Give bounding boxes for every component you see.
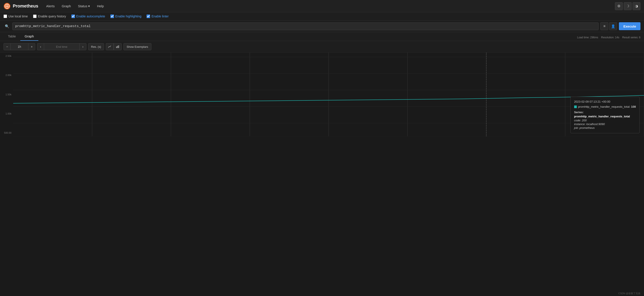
y-axis: 2.50k 2.00k 1.50k 1.00k 500.00 [0,53,13,136]
graph-controls: − 1h + ‹ › Res. (s) Show Exe [0,41,644,53]
tooltip-series-label: Series: [574,111,636,114]
theme-contrast-button[interactable]: ◑ [632,2,640,10]
enable-query-history-label: Enable query history [38,14,66,18]
main-content: Use local time Enable query history Enab… [0,12,644,296]
chevron-down-icon: ▾ [88,4,90,8]
use-local-time-option[interactable]: Use local time [4,14,28,18]
enable-highlighting-checkbox[interactable] [110,14,114,18]
enable-query-history-checkbox[interactable] [33,14,36,18]
tooltip-instance: instance: localhost:9090 [574,122,636,126]
tab-graph[interactable]: Graph [20,32,38,41]
resolution: Resolution: 14s [601,36,619,39]
line-chart-icon [108,45,112,48]
nav-alerts[interactable]: Alerts [44,3,57,9]
nav-status[interactable]: Status ▾ [76,3,93,9]
metric-color-indicator [574,105,577,108]
prometheus-logo-icon [4,3,10,10]
duration-display: 1h [10,43,28,50]
app-title: Prometheus [13,3,38,8]
tooltip-job: job: prometheus [574,126,636,129]
result-series: Result series: 6 [622,36,640,39]
enable-autocomplete-label: Enable autocomplete [76,14,105,18]
load-info: Load time: 296ms Resolution: 14s Result … [577,36,641,39]
search-icon: 🔍 [4,23,10,30]
navbar-icons: ⚙ ☽ ◑ [615,2,640,10]
nav-help[interactable]: Help [94,3,106,9]
show-exemplars-button[interactable]: Show Exemplars [124,43,152,50]
settings-button[interactable]: ⚙ [615,2,623,10]
enable-autocomplete-option[interactable]: Enable autocomplete [72,14,105,18]
y-label-2500: 2.50k [0,55,12,57]
enable-linter-option[interactable]: Enable linter [146,14,168,18]
tooltip-code: code: 200 [574,119,636,122]
enable-linter-label: Enable linter [152,14,168,18]
theme-moon-button[interactable]: ☽ [624,2,632,10]
navbar: Prometheus Alerts Graph Status ▾ Help ⚙ … [0,0,644,12]
svg-point-6 [6,5,8,7]
enable-linter-checkbox[interactable] [146,14,150,18]
line-chart-button[interactable] [106,43,114,50]
duration-plus-button[interactable]: + [28,43,35,50]
y-label-2000: 2.00k [0,74,12,76]
bar-chart-button[interactable] [114,43,122,50]
end-time-group: ‹ › [37,43,86,50]
next-time-button[interactable]: › [79,43,86,50]
y-label-1000: 1.00k [0,113,12,115]
load-time: Load time: 296ms [577,36,598,39]
enable-query-history-option[interactable]: Enable query history [33,14,66,18]
options-row: Use local time Enable query history Enab… [0,12,644,20]
watermark: CSDN @寂夜了无痕 [618,292,640,295]
chart-svg [13,53,644,136]
svg-rect-8 [117,46,118,48]
y-label-1500: 1.50k [0,93,12,96]
enable-highlighting-label: Enable highlighting [115,14,141,18]
enable-highlighting-option[interactable]: Enable highlighting [110,14,141,18]
chart-tooltip: 2023-02-09 07:13:21 +00:00 promhttp_metr… [570,97,640,133]
end-time-input[interactable] [44,43,79,50]
execute-button[interactable]: Execute [619,22,640,30]
tab-table[interactable]: Table [4,32,20,41]
chart-container: 2.50k 2.00k 1.50k 1.00k 500.00 [0,53,644,136]
use-local-time-checkbox[interactable] [4,14,7,18]
search-row: 🔍 ≡ 👤 Execute [0,20,644,32]
chart-area: 2.50k 2.00k 1.50k 1.00k 500.00 [0,53,644,296]
metrics-explorer-button[interactable]: 👤 [609,22,617,30]
y-label-500: 500.00 [0,132,12,134]
format-query-button[interactable]: ≡ [600,22,608,30]
brand: Prometheus [4,3,38,10]
chart-inner: 2023-02-09 07:13:21 +00:00 promhttp_metr… [13,53,644,136]
tooltip-metric: promhttp_metric_handler_requests_total: … [574,105,636,108]
query-input[interactable] [12,22,598,30]
enable-autocomplete-checkbox[interactable] [72,14,75,18]
tooltip-metric-name: promhttp_metric_handler_requests_total: … [578,105,636,108]
svg-rect-7 [116,46,117,48]
bar-chart-icon [116,45,120,48]
search-actions: ≡ 👤 [600,22,617,30]
tooltip-series-metric: promhttp_metric_handler_requests_total [574,115,636,118]
resolution-button[interactable]: Res. (s) [88,43,104,50]
use-local-time-label: Use local time [8,14,28,18]
nav-graph[interactable]: Graph [59,3,74,9]
tooltip-metric-value: 108 [631,105,636,108]
svg-rect-9 [118,45,119,48]
duration-minus-button[interactable]: − [4,43,10,50]
tooltip-series: Series: promhttp_metric_handler_requests… [574,111,636,129]
tabs-row: Table Graph Load time: 296ms Resolution:… [0,32,644,41]
chart-type-buttons [106,43,122,50]
duration-control: − 1h + [4,43,35,50]
prev-time-button[interactable]: ‹ [37,43,44,50]
tooltip-time: 2023-02-09 07:13:21 +00:00 [574,100,636,103]
nav-links: Alerts Graph Status ▾ Help [44,3,615,9]
